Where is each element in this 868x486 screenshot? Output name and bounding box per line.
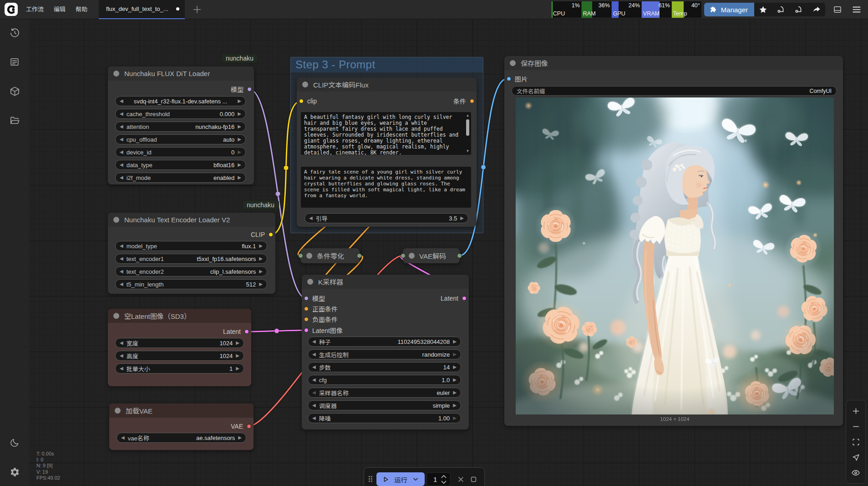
node-titlebar[interactable]: K采样器 — [302, 275, 469, 289]
decrement-arrow[interactable]: ◀ — [312, 339, 316, 344]
decrement-arrow[interactable]: ◀ — [120, 124, 123, 129]
textarea-scrollbar[interactable]: ▲▼ — [465, 113, 470, 153]
toggle-bottom-panel-button[interactable] — [830, 3, 845, 16]
input-slot-negative[interactable]: 负面条件 — [304, 315, 338, 324]
menu-edit[interactable]: 编辑 — [49, 0, 71, 19]
increment-arrow[interactable]: ▶ — [236, 341, 239, 345]
input-dot[interactable] — [299, 99, 304, 103]
widget-control-after-generate[interactable]: ◀ 生成后控制 randomize ▶ — [308, 349, 461, 359]
widget-height[interactable]: ◀ 高度 1024 ▶ — [115, 351, 244, 361]
widget-guidance[interactable]: ◀ 引导 3.5 ▶ — [305, 213, 468, 223]
increment-arrow[interactable]: ▶ — [236, 353, 239, 358]
increment-arrow[interactable]: ▶ — [259, 282, 263, 286]
toggle-link-visibility-button[interactable] — [850, 467, 862, 479]
decrement-arrow[interactable]: ◀ — [120, 244, 123, 248]
node-titlebar[interactable]: 保存图像 — [504, 56, 843, 70]
decrement-arrow[interactable]: ◀ — [309, 216, 313, 220]
decrement-arrow[interactable]: ◀ — [312, 378, 316, 382]
decrement-arrow[interactable]: ◀ — [120, 282, 123, 286]
widget-t5-min-length[interactable]: ◀ t5_min_length 512 ▶ — [115, 279, 267, 289]
node-ksampler[interactable]: K采样器 模型 正面条件 负面条件 Latent图像 Latent ◀ 种子 1… — [302, 275, 469, 430]
collapse-dot[interactable] — [113, 71, 119, 77]
node-vae-decode[interactable]: VAE解码 — [403, 248, 460, 263]
prev-arrow[interactable]: ◀ — [120, 99, 123, 103]
widget-denoise[interactable]: ◀ 降噪 1.00 ▶ — [308, 413, 461, 423]
fit-view-button[interactable] — [850, 436, 862, 448]
increment-arrow[interactable]: ▶ — [259, 256, 263, 261]
main-menu-button[interactable] — [849, 3, 864, 16]
widget-device-id[interactable]: ◀ device_id 0 ▶ — [115, 147, 246, 157]
widget-data-type[interactable]: ◀ data_type bfloat16 ▶ — [115, 160, 246, 170]
scroll-up-icon[interactable]: ▲ — [466, 113, 470, 118]
collapse-dot[interactable] — [113, 313, 119, 319]
collapsed-output-dot[interactable] — [357, 253, 362, 258]
input-dot[interactable] — [304, 317, 309, 322]
increment-arrow[interactable]: ▶ — [238, 112, 241, 116]
widget-attention[interactable]: ◀ attention nunchaku-fp16 ▶ — [115, 122, 246, 132]
increment-arrow[interactable]: ▶ — [460, 216, 464, 220]
collapse-dot[interactable] — [307, 279, 313, 285]
increment-arrow[interactable]: ▶ — [453, 378, 457, 382]
collapse-dot[interactable] — [302, 82, 308, 87]
node-nunchaku-text-encoder-loader[interactable]: Nunchaku Text Encoder Loader V2 CLIP ◀ m… — [108, 213, 275, 294]
node-titlebar[interactable]: 加载VAE — [109, 404, 254, 418]
prompt-textarea-clip-l[interactable]: A fairy tale scene of a young girl with … — [301, 167, 471, 208]
group-title[interactable]: Step 3 - Prompt — [291, 57, 483, 72]
drag-handle[interactable] — [369, 476, 373, 482]
decrement-arrow[interactable]: ◀ — [120, 163, 123, 167]
output-slot-latent[interactable]: Latent — [441, 294, 467, 303]
node-load-vae[interactable]: 加载VAE VAE ◀ vae名称 ae.safetensors ▶ — [109, 404, 254, 450]
output-slot-model[interactable]: 模型 — [231, 85, 252, 94]
output-slot-vae[interactable]: VAE — [231, 422, 251, 431]
sidebar-queue-history-button[interactable] — [0, 23, 29, 43]
run-button[interactable]: 运行 — [376, 472, 425, 486]
sidebar-settings-button[interactable] — [0, 462, 29, 482]
new-workflow-button[interactable] — [192, 5, 202, 15]
widget-model-type[interactable]: ◀ model_type flux.1 ▶ — [115, 241, 267, 251]
widget-text-encoder2[interactable]: ◀ text_encoder2 clip_l.safetensors ▶ — [115, 266, 267, 276]
widget-i2f-mode[interactable]: ◀ i2f_mode enabled ▶ — [115, 173, 246, 183]
node-clip-text-encode-flux[interactable]: CLIP文本编码Flux clip 条件 A beautiful fantasy… — [297, 77, 477, 227]
clean-vram-button[interactable] — [772, 3, 790, 16]
collapsed-output-dot[interactable] — [457, 253, 462, 258]
decrement-arrow[interactable]: ◀ — [120, 150, 123, 154]
collapse-dot[interactable] — [115, 408, 121, 414]
widget-cpu-offload[interactable]: ◀ cpu_offload auto ▶ — [115, 134, 246, 144]
stepper-up-icon[interactable] — [441, 475, 447, 478]
pan-mode-button[interactable] — [850, 451, 862, 463]
output-dot[interactable] — [244, 329, 249, 334]
input-slot-latent-image[interactable]: Latent图像 — [304, 326, 343, 335]
increment-arrow[interactable]: ▶ — [259, 269, 263, 274]
node-conditioning-zero-out[interactable]: 条件零化 — [300, 248, 360, 263]
output-slot-clip[interactable]: CLIP — [251, 230, 273, 239]
node-nunchaku-flux-dit-loader[interactable]: Nunchaku FLUX DiT Loader 模型 ◀ svdq-int4_… — [108, 67, 254, 184]
input-dot[interactable] — [507, 77, 511, 81]
decrement-arrow[interactable]: ◀ — [120, 175, 123, 180]
zoom-out-button[interactable] — [850, 420, 862, 432]
collapse-dot[interactable] — [113, 217, 119, 223]
output-dot[interactable] — [247, 87, 252, 92]
decrement-arrow[interactable]: ◀ — [120, 137, 123, 142]
increment-arrow[interactable]: ▶ — [238, 137, 241, 142]
clean-vram-2-button[interactable] — [790, 3, 807, 16]
share-button[interactable] — [807, 3, 825, 16]
input-dot[interactable] — [304, 296, 309, 301]
widget-steps[interactable]: ◀ 步数 14 ▶ — [308, 362, 461, 372]
cancel-button[interactable] — [454, 472, 467, 486]
manager-button[interactable]: Manager — [704, 3, 754, 16]
sidebar-node-library-button[interactable] — [0, 52, 29, 72]
node-save-image[interactable]: 保存图像 图片 文件名前缀 ComfyUI — [504, 56, 843, 426]
scroll-down-icon[interactable]: ▼ — [466, 149, 470, 153]
batch-count-stepper[interactable]: 1 — [426, 472, 451, 486]
graph-canvas[interactable]: Step 3 - Prompt Nunchaku FLUX DiT Loader… — [29, 19, 868, 486]
menu-help[interactable]: 帮助 — [71, 0, 92, 19]
node-titlebar[interactable]: CLIP文本编码Flux — [297, 77, 477, 92]
decrement-arrow[interactable]: ◀ — [312, 416, 316, 420]
collapse-dot[interactable] — [409, 253, 415, 259]
comfyui-logo[interactable] — [5, 3, 18, 16]
widget-seed[interactable]: ◀ 种子 1102495328044208 ▶ — [308, 337, 461, 347]
widget-vae-name[interactable]: ◀ vae名称 ae.safetensors ▶ — [117, 433, 246, 443]
node-empty-latent-image[interactable]: 空Latent图像（SD3） Latent ◀ 宽度 1024 ▶ ◀ 高度 1… — [108, 309, 251, 386]
next-arrow[interactable]: ▶ — [238, 99, 241, 103]
decrement-arrow[interactable]: ◀ — [120, 256, 123, 261]
